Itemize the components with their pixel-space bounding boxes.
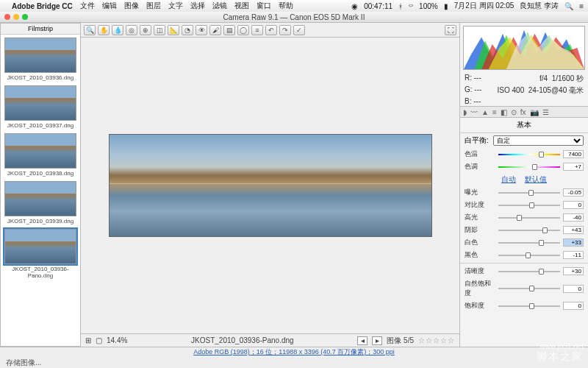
radial-filter-icon[interactable]: ◯ [237, 25, 249, 35]
user-name[interactable]: 良知慧 李涛 [520, 1, 559, 11]
slider-track[interactable] [498, 163, 560, 171]
slider-label: 自然饱和度 [465, 279, 495, 298]
tab-presets-icon[interactable]: ☰ [542, 108, 549, 116]
slider-track[interactable] [498, 285, 560, 292]
menu-type[interactable]: 文字 [168, 1, 183, 11]
slider-label: 高光 [465, 213, 495, 222]
slider-track[interactable] [498, 189, 560, 197]
menu-filter[interactable]: 滤镜 [212, 1, 227, 11]
tab-split-icon[interactable]: ◧ [501, 108, 507, 116]
slider-track[interactable] [498, 302, 560, 310]
slider-value[interactable]: -11 [563, 251, 584, 259]
preview-area[interactable] [81, 38, 459, 333]
slider-value[interactable]: +43 [563, 226, 584, 234]
adjust-brush-icon[interactable]: 🖌 [209, 25, 221, 35]
slider-value[interactable]: +7 [563, 163, 584, 171]
slider-track[interactable] [498, 268, 560, 275]
slider-track[interactable] [498, 151, 560, 158]
slider-label: 白色 [465, 238, 495, 247]
slider-track[interactable] [498, 239, 560, 247]
grad-filter-icon[interactable]: ▤ [223, 25, 235, 35]
fullscreen-icon[interactable]: ⛶ [445, 25, 456, 35]
spot-removal-icon[interactable]: ◔ [182, 25, 193, 35]
tab-camera-icon[interactable]: 📷 [530, 108, 539, 116]
hand-tool-icon[interactable]: ✋ [98, 25, 110, 35]
wb-select[interactable]: 自定 [493, 135, 584, 146]
filmstrip-thumb[interactable]: JKOST_2010_03937.dng [4, 85, 76, 132]
filmstrip-thumb[interactable]: JKOST_2010_03939.dng [4, 181, 76, 227]
crop-tool-icon[interactable]: ◫ [154, 25, 165, 35]
close-icon[interactable] [4, 14, 10, 20]
save-image-button[interactable]: 存储图像... [6, 358, 41, 368]
slider-track[interactable] [498, 227, 560, 234]
wifi-icon[interactable]: ⌔ [409, 2, 413, 10]
thumb-caption: JKOST_2010_03938.dng [4, 169, 76, 180]
minimize-icon[interactable] [13, 14, 19, 20]
app-name[interactable]: Adobe Bridge CC [12, 2, 73, 10]
tab-fx-icon[interactable]: fx [520, 108, 526, 116]
slider-value[interactable]: -0.05 [563, 188, 584, 197]
menu-layer[interactable]: 图层 [146, 1, 161, 11]
prev-image-button[interactable]: ◂ [357, 336, 368, 345]
grid-icon[interactable]: ⊞ [85, 336, 91, 344]
prefs-icon[interactable]: ≡ [251, 25, 263, 35]
slider-row: 对比度0 [460, 199, 588, 211]
target-adjust-icon[interactable]: ⊕ [140, 25, 151, 35]
single-icon[interactable]: ▢ [96, 336, 102, 344]
slider-value[interactable]: 0 [563, 285, 584, 293]
slider-row: 黑色-11 [460, 249, 588, 261]
notifications-icon[interactable]: ≡ [579, 2, 584, 10]
slider-value[interactable]: -40 [563, 213, 584, 222]
default-link[interactable]: 默认值 [525, 174, 547, 185]
slider-value[interactable]: 0 [563, 201, 584, 209]
rotate-cw-icon[interactable]: ↷ [279, 25, 291, 35]
slider-track[interactable] [498, 202, 560, 209]
slider-row: 高光-40 [460, 211, 588, 224]
straighten-tool-icon[interactable]: 📐 [168, 25, 179, 35]
rotate-ccw-icon[interactable]: ↶ [265, 25, 277, 35]
zoom-tool-icon[interactable]: 🔍 [84, 25, 96, 35]
menu-select[interactable]: 选择 [190, 1, 205, 11]
auto-link[interactable]: 自动 [501, 174, 516, 185]
zoom-level[interactable]: 14.4% [107, 336, 127, 344]
clock[interactable]: 7月2日 周四 02:05 [454, 1, 514, 11]
menu-edit[interactable]: 编辑 [102, 1, 117, 11]
menu-help[interactable]: 帮助 [279, 1, 293, 11]
tab-lens-icon[interactable]: ⊙ [511, 108, 517, 116]
filmstrip-title: Filmstrip [1, 24, 80, 35]
zoom-icon[interactable] [22, 14, 28, 20]
rating-stars[interactable]: ☆☆☆☆☆ [418, 336, 455, 344]
tab-basic-icon[interactable]: ◗ [463, 108, 467, 116]
tab-hsl-icon[interactable]: ≡ [492, 108, 497, 116]
tab-curve-icon[interactable]: 〰 [470, 108, 478, 116]
histogram[interactable] [463, 26, 585, 70]
slider-value[interactable]: +33 [563, 238, 584, 247]
menu-file[interactable]: 文件 [80, 1, 95, 11]
tab-detail-icon[interactable]: ▲ [481, 108, 489, 116]
slider-row: 色温7400 [460, 148, 588, 160]
slider-track[interactable] [498, 252, 560, 259]
window-titlebar: Camera Raw 9.1 — Canon EOS 5D Mark II [0, 12, 588, 23]
spotlight-icon[interactable]: 🔍 [564, 2, 573, 10]
menu-image[interactable]: 图像 [124, 1, 139, 11]
next-image-button[interactable]: ▸ [372, 336, 382, 345]
filmstrip-thumb[interactable]: JKOST_2010_03936-Pano.dng [4, 229, 76, 282]
camera-raw-toolbar: 🔍 ✋ 💧 ◎ ⊕ ◫ 📐 ◔ 👁 🖌 ▤ ◯ ≡ ↶ ↷ ✓ ⛶ [81, 23, 459, 38]
bluetooth-icon[interactable]: ᚼ [398, 2, 403, 10]
slider-row: 白色+33 [460, 236, 588, 249]
color-sampler-icon[interactable]: ◎ [126, 25, 137, 35]
workflow-link[interactable]: Adobe RGB (1998)；16 位；11988 x 3396 (40.7… [0, 347, 588, 357]
slider-track[interactable] [498, 214, 560, 222]
slider-row: 清晰度+30 [460, 265, 588, 277]
menu-window[interactable]: 窗口 [257, 1, 271, 11]
menu-view[interactable]: 视图 [234, 1, 249, 11]
filmstrip-thumb[interactable]: JKOST_2010_03938.dng [4, 133, 76, 180]
mark-delete-icon[interactable]: ✓ [293, 25, 305, 35]
wb-tool-icon[interactable]: 💧 [112, 25, 123, 35]
slider-value[interactable]: +30 [563, 267, 584, 275]
slider-value[interactable]: 7400 [563, 150, 584, 158]
filmstrip-thumb[interactable]: JKOST_2010_03936.dng [4, 38, 76, 84]
redeye-tool-icon[interactable]: 👁 [196, 25, 207, 35]
window-controls [4, 14, 28, 20]
slider-value[interactable]: 0 [563, 302, 584, 310]
